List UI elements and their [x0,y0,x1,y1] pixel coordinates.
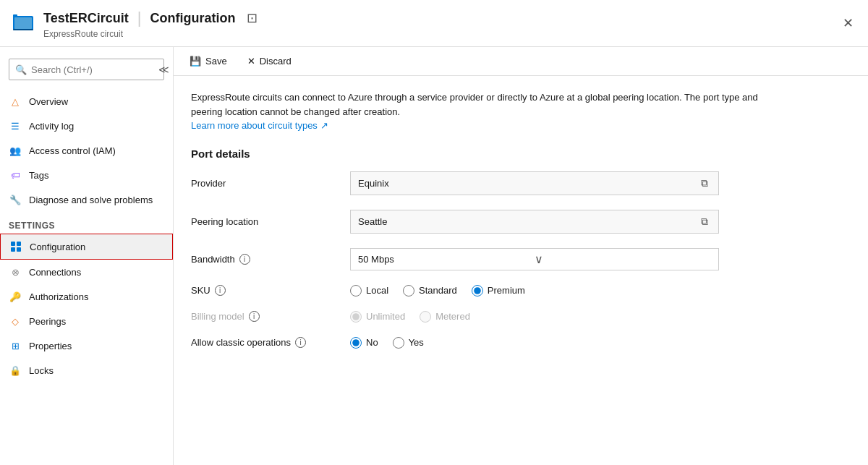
sku-standard-option[interactable]: Standard [403,285,457,297]
svg-rect-2 [13,14,17,17]
header-title-block: TestERCircuit | Configuration ⊡ ExpressR… [43,7,840,39]
save-icon: 💾 [190,56,201,67]
classic-ops-info-icon: i [295,337,306,348]
billing-radio-group: Unlimited Metered [350,311,851,323]
sku-premium-option[interactable]: Premium [472,285,525,297]
peering-field: Seattle ⧉ [350,210,719,234]
provider-field: Equinix ⧉ [350,171,719,195]
copy-peering-button[interactable]: ⧉ [698,214,711,229]
save-button[interactable]: 💾 Save [185,53,231,69]
sidebar-item-label: Properties [29,341,72,351]
svg-rect-3 [13,29,33,30]
sidebar-item-iam[interactable]: 👥 Access control (IAM) [0,138,173,163]
billing-info-icon: i [249,311,260,322]
sku-local-option[interactable]: Local [350,285,388,297]
sku-value: Local Standard Premium [350,285,851,297]
classic-no-option[interactable]: No [350,337,378,349]
classic-ops-radio-group: No Yes [350,337,851,349]
toolbar: 💾 Save ✕ Discard [174,47,868,76]
sidebar-item-label: Authorizations [29,291,88,302]
discard-button[interactable]: ✕ Discard [243,53,296,69]
discard-label: Discard [260,56,292,67]
peering-location-row: Peering location Seattle ⧉ [191,210,851,234]
classic-yes-option[interactable]: Yes [393,337,424,349]
sku-standard-radio[interactable] [403,285,414,297]
search-box[interactable]: 🔍 ≪ [9,59,164,80]
classic-ops-value: No Yes [350,337,851,349]
config-icon [9,240,22,253]
peering-label: Peering location [191,216,350,227]
learn-more-link[interactable]: Learn more about circuit types ↗ [191,119,328,133]
sidebar-item-configuration[interactable]: Configuration [0,234,173,260]
bandwidth-selected: 50 Mbps [358,254,535,265]
sidebar-item-label: Peerings [29,316,66,327]
bandwidth-select[interactable]: 50 Mbps ∨ [350,248,719,270]
sidebar-item-connections[interactable]: ⊗ Connections [0,260,173,284]
provider-text: Equinix [358,178,698,189]
discard-icon: ✕ [247,56,255,67]
billing-unlimited-radio[interactable] [350,311,362,323]
sidebar-item-diagnose[interactable]: 🔧 Diagnose and solve problems [0,187,173,212]
classic-ops-row: Allow classic operations i No Yes [191,337,851,349]
share-button[interactable]: ⊡ [244,7,260,29]
copy-provider-button[interactable]: ⧉ [698,176,711,191]
sku-row: SKU i Local Standard [191,285,851,297]
sidebar-item-authorizations[interactable]: 🔑 Authorizations [0,284,173,309]
chevron-down-icon: ∨ [535,252,711,266]
sidebar-item-label: Diagnose and solve problems [29,195,153,205]
main-content: 💾 Save ✕ Discard ExpressRoute circuits c… [174,47,868,465]
classic-no-radio[interactable] [350,337,362,349]
learn-more-text: Learn more about circuit types [191,119,318,133]
sku-standard-label: Standard [419,285,457,296]
sidebar-item-label: Activity log [29,121,74,132]
props-icon: ⊞ [9,339,22,352]
classic-ops-label: Allow classic operations i [191,337,350,348]
sidebar-item-properties[interactable]: ⊞ Properties [0,333,173,358]
sidebar-item-overview[interactable]: △ Overview [0,89,173,114]
sku-local-radio[interactable] [350,285,362,297]
provider-value: Equinix ⧉ [350,171,851,195]
sidebar-item-label: Overview [29,96,68,107]
billing-metered-option[interactable]: Metered [420,311,470,323]
billing-label: Billing model i [191,311,350,322]
collapse-button[interactable]: ≪ [157,62,171,77]
billing-unlimited-option[interactable]: Unlimited [350,311,405,323]
svg-rect-4 [11,242,15,246]
settings-section-label: Settings [0,212,173,234]
people-icon: 👥 [9,144,22,157]
page-header: TestERCircuit | Configuration ⊡ ExpressR… [0,0,868,47]
wrench-icon: 🔧 [9,193,22,206]
sku-info-icon: i [215,285,226,296]
classic-yes-label: Yes [409,337,424,348]
close-button[interactable]: ✕ [840,12,856,34]
sku-label: SKU i [191,285,350,296]
svg-rect-7 [17,247,21,252]
external-link-icon: ↗ [320,119,328,133]
sidebar-item-label: Tags [29,170,48,181]
auth-icon: 🔑 [9,290,22,303]
sku-premium-label: Premium [488,285,525,296]
classic-no-label: No [366,337,378,348]
sidebar-item-locks[interactable]: 🔒 Locks [0,358,173,383]
sku-radio-group: Local Standard Premium [350,285,851,297]
billing-unlimited-label: Unlimited [366,311,405,322]
search-input[interactable] [31,64,153,75]
sidebar-item-peerings[interactable]: ◇ Peerings [0,309,173,333]
provider-row: Provider Equinix ⧉ [191,171,851,195]
header-separator: | [137,9,142,27]
bandwidth-info-icon: i [239,254,250,265]
billing-metered-radio[interactable] [420,311,431,323]
svg-rect-1 [14,17,32,29]
svg-rect-6 [11,247,15,252]
page-name: Configuration [150,11,235,26]
sidebar-item-tags[interactable]: 🏷 Tags [0,163,173,187]
sku-local-label: Local [366,285,388,296]
sku-premium-radio[interactable] [472,285,483,297]
sidebar-item-label: Connections [29,267,81,278]
sidebar-item-activity-log[interactable]: ☰ Activity log [0,114,173,138]
section-title: Port details [191,148,851,160]
classic-yes-radio[interactable] [393,337,404,349]
resource-name: TestERCircuit [43,11,129,26]
lock-icon: 🔒 [9,364,22,377]
bandwidth-row: Bandwidth i 50 Mbps ∨ [191,248,851,270]
